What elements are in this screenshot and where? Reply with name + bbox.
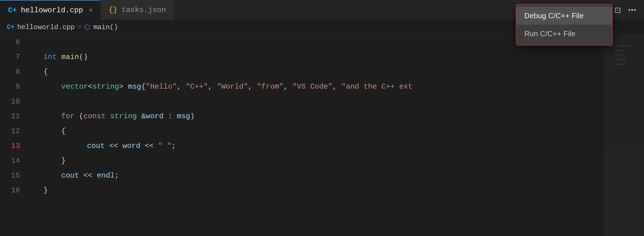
breadcrumb-file-icon: C+ <box>7 24 14 31</box>
line-num-8: 8 <box>3 64 20 79</box>
tab-label-cpp: helloworld.cpp <box>21 6 83 15</box>
layout-icon: ⊡ <box>614 5 621 15</box>
line-num-15: 15 <box>3 168 20 183</box>
breadcrumb-symbol-icon: ⬡ <box>84 23 90 31</box>
json-icon: {} <box>109 6 117 14</box>
minimap[interactable]: vector<string> msg{"Hello", for(const co… <box>604 35 644 236</box>
more-icon: ••• <box>628 6 637 14</box>
code-content[interactable]: int main () { vector < string > msg { "H… <box>23 35 604 236</box>
fn-main: main <box>61 50 79 64</box>
run-cpp-file-item[interactable]: Run C/C++ File <box>516 25 612 43</box>
code-line-16: } <box>26 183 601 198</box>
line-num-7: 7 <box>3 50 20 64</box>
code-line-10 <box>26 94 601 109</box>
line-num-14: 14 <box>3 153 20 168</box>
layout-button[interactable]: ⊡ <box>613 3 623 16</box>
breadcrumb-file[interactable]: helloworld.cpp <box>17 23 75 31</box>
line-num-13: 13 <box>3 139 20 153</box>
tab-helloworld-cpp[interactable]: C+ helloworld.cpp ✕ <box>0 0 101 20</box>
tab-bar: C+ helloworld.cpp ✕ {} tasks.json ▷ ▾ ⚙ … <box>0 0 644 20</box>
code-line-14: } <box>26 153 601 168</box>
code-line-6 <box>26 35 601 50</box>
line-num-11: 11 <box>3 109 20 124</box>
keyword-int: int <box>43 50 57 64</box>
tab-label-json: tasks.json <box>121 6 166 14</box>
debug-cpp-file-item[interactable]: Debug C/C++ File <box>516 7 612 25</box>
code-line-8: { <box>26 64 601 79</box>
line-num-9: 9 <box>3 79 20 94</box>
run-dropdown: Debug C/C++ File Run C/C++ File <box>516 4 613 46</box>
tab-tasks-json[interactable]: {} tasks.json <box>101 0 174 20</box>
line-num-16: 16 <box>3 183 20 198</box>
code-line-11: for ( const string &word : msg ) <box>26 109 601 124</box>
line-num-10: 10 <box>3 94 20 109</box>
code-line-15: cout << endl ; <box>26 168 601 183</box>
code-line-12: { <box>26 124 601 139</box>
line-num-6: 6 <box>3 35 20 50</box>
more-button[interactable]: ••• <box>627 5 638 15</box>
cpp-icon: C+ <box>8 6 17 15</box>
code-line-9: vector < string > msg { "Hello" , "C++" … <box>26 79 601 94</box>
code-area: 6 7 8 9 10 11 12 13 14 15 16 int main ()… <box>0 35 644 236</box>
breadcrumb-separator: > <box>78 23 81 31</box>
breadcrumb-symbol[interactable]: main() <box>93 23 118 31</box>
line-num-12: 12 <box>3 124 20 139</box>
line-numbers: 6 7 8 9 10 11 12 13 14 15 16 <box>0 35 23 236</box>
code-line-7: int main () <box>26 50 601 64</box>
code-line-13: cout << word << " " ; <box>26 139 601 153</box>
tab-close-cpp[interactable]: ✕ <box>89 6 93 14</box>
